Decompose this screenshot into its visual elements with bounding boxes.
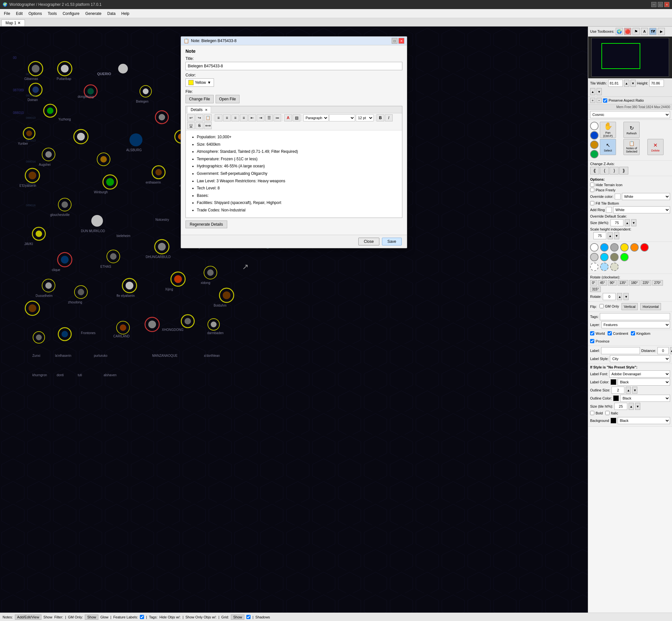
italic-checkbox[interactable] <box>605 411 610 415</box>
close-btn[interactable]: Close <box>358 238 379 245</box>
toolbox-icon-world[interactable]: 🌍 <box>616 28 623 35</box>
strikethrough-btn[interactable]: S <box>196 122 203 129</box>
regenerate-btn[interactable]: Regenerate Details <box>185 220 227 228</box>
redo-btn[interactable]: ↪ <box>196 114 203 121</box>
num-list-btn[interactable]: ≔ <box>274 114 281 121</box>
undo-btn[interactable]: ↩ <box>187 114 195 121</box>
rotate-0[interactable]: 0° <box>590 280 597 286</box>
rotate-225[interactable]: 225° <box>641 280 651 286</box>
menu-options[interactable]: Options <box>26 10 44 17</box>
rotate-inc[interactable]: ▲ <box>617 293 622 300</box>
pan-button[interactable]: ✋ Pan(Ctrl-P) <box>600 122 616 138</box>
place-freely-checkbox[interactable] <box>590 188 594 192</box>
scale-height-dec[interactable]: ▼ <box>614 232 619 239</box>
editor-content[interactable]: Population: 10,000+ Size: 6400km Atmosph… <box>186 130 402 217</box>
outline-size-input[interactable] <box>612 386 624 394</box>
tile-height-increment[interactable]: ▲ <box>590 88 595 95</box>
background-select[interactable]: Black <box>618 417 670 424</box>
rotate-135[interactable]: 135° <box>618 280 628 286</box>
label-style-select[interactable]: City <box>610 355 670 362</box>
minimize-button[interactable]: ─ <box>651 2 657 7</box>
rotate-90[interactable]: 90° <box>608 280 617 286</box>
feature-labels-checkbox[interactable] <box>140 615 144 619</box>
layer-select[interactable]: Features <box>601 321 670 328</box>
rotate-45[interactable]: 45° <box>598 280 607 286</box>
open-file-btn[interactable]: Open File <box>216 95 240 103</box>
font-color-btn[interactable]: A <box>284 114 292 121</box>
swatch-dot-3[interactable] <box>610 262 619 271</box>
italic-btn[interactable]: I <box>385 114 393 121</box>
tab-map1[interactable]: Map 1 ✕ <box>1 19 25 26</box>
rotate-180[interactable]: 180° <box>629 280 640 286</box>
tile-width-decrement[interactable]: ▼ <box>631 80 636 87</box>
swatch-blue[interactable] <box>590 131 598 139</box>
swatch-green[interactable] <box>590 150 598 158</box>
swatch-9[interactable] <box>610 253 619 261</box>
size-tile-inc[interactable]: ▲ <box>625 219 630 226</box>
swatch-3[interactable] <box>610 243 619 252</box>
change-file-btn[interactable]: Change File <box>185 95 214 103</box>
gm-only-checkbox[interactable] <box>599 304 604 308</box>
outline-size-inc[interactable]: ▲ <box>626 386 631 394</box>
indent-more-btn[interactable]: ⇥ <box>257 114 264 121</box>
grid-show-checkbox[interactable] <box>246 615 251 619</box>
z-forward-far[interactable]: ⟫ <box>619 167 628 174</box>
size-tile-ht-input[interactable] <box>615 403 627 410</box>
zoom-out-button[interactable]: − <box>597 98 602 103</box>
note-dialog-close-title[interactable]: ✕ <box>398 38 404 44</box>
swatch-4[interactable] <box>620 243 629 252</box>
swatch-dot-1[interactable] <box>590 262 598 271</box>
note-color-btn[interactable]: Yellow ▼ <box>185 78 214 87</box>
label-font-select[interactable]: Adobe Devanagari <box>609 370 670 377</box>
delete-button[interactable]: ✕ Delete <box>647 139 664 155</box>
rotate-dec[interactable]: ▼ <box>623 293 629 300</box>
align-center-btn[interactable]: ≡ <box>223 114 231 121</box>
z-forward[interactable]: ⟩ <box>610 167 619 174</box>
toolbox-icon-more[interactable]: ▶ <box>658 28 665 35</box>
outline-size-dec[interactable]: ▼ <box>632 386 637 394</box>
note-title-input[interactable]: Bielegen B475433-8 <box>185 62 402 70</box>
menu-data[interactable]: Data <box>104 10 118 17</box>
cosmic-dropdown[interactable]: Cosmic <box>590 111 670 118</box>
menu-generate[interactable]: Generate <box>83 10 104 17</box>
tile-height-input[interactable]: 70.86 <box>649 80 664 87</box>
toolbox-icon-map[interactable]: 🗺 <box>649 28 657 35</box>
list-btn[interactable]: ☰ <box>265 114 273 121</box>
bold-btn[interactable]: B <box>376 114 384 121</box>
titlebar-controls[interactable]: ─ □ ✕ <box>651 2 669 7</box>
distance-inc[interactable]: ▲ <box>670 347 672 354</box>
world-checkbox[interactable] <box>590 331 594 335</box>
swatch-5[interactable] <box>630 243 639 252</box>
swatch-2[interactable] <box>600 243 608 252</box>
label-color-select[interactable]: Black <box>618 378 670 386</box>
province-checkbox[interactable] <box>590 339 594 343</box>
swatch-6[interactable] <box>640 243 649 252</box>
note-dialog-maximize[interactable]: □ <box>392 38 397 44</box>
align-right-btn[interactable]: ≡ <box>232 114 239 121</box>
fill-tile-checkbox[interactable] <box>590 201 594 205</box>
swatch-10[interactable] <box>620 253 629 261</box>
mini-map[interactable] <box>591 38 669 77</box>
label-input[interactable] <box>601 347 640 354</box>
copy-btn[interactable]: 📋 <box>204 114 212 121</box>
rotate-input[interactable] <box>603 293 616 300</box>
zoom-in-button[interactable]: + <box>590 98 595 103</box>
add-ring-select[interactable]: White <box>613 206 670 213</box>
grid-show-btn[interactable]: Show <box>231 615 244 620</box>
size-tile-input[interactable] <box>611 219 623 226</box>
z-back-far[interactable]: ⟪ <box>590 167 599 174</box>
kingdom-checkbox[interactable] <box>631 331 635 335</box>
distance-input[interactable] <box>658 347 669 354</box>
indent-less-btn[interactable]: ⇤ <box>248 114 256 121</box>
menu-tools[interactable]: Tools <box>45 10 59 17</box>
close-button[interactable]: ✕ <box>664 2 669 7</box>
flip-vertical-btn[interactable]: Vertical <box>622 303 638 310</box>
toolbox-icon-label[interactable]: A <box>641 28 648 35</box>
details-tab-close[interactable]: ✕ <box>205 108 208 112</box>
scale-height-inc[interactable]: ▲ <box>607 232 613 239</box>
flip-horizontal-btn[interactable]: Horizontal <box>640 303 661 310</box>
size-select[interactable]: 12 pt <box>356 114 374 121</box>
align-text-btn[interactable]: ⟺ <box>204 122 212 129</box>
continent-checkbox[interactable] <box>607 331 612 335</box>
menu-file[interactable]: File <box>1 10 13 17</box>
